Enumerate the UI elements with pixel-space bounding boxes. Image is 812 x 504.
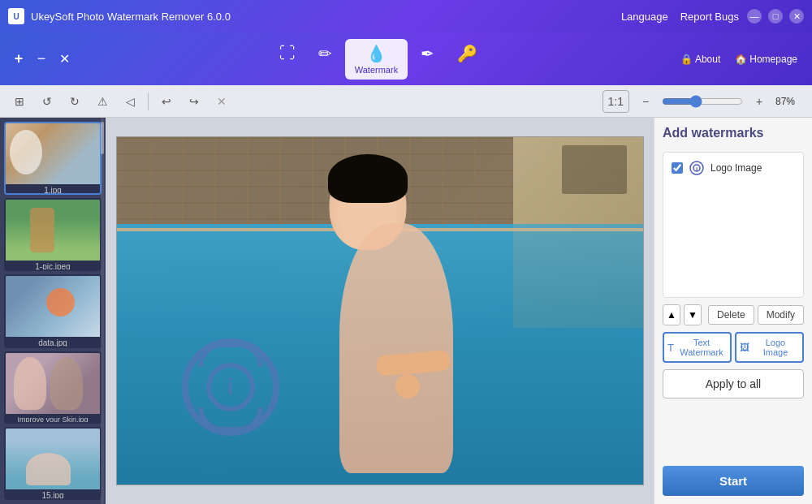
thumbnail-2	[6, 276, 100, 337]
homepage-button[interactable]: 🏠 Homepage	[728, 51, 804, 67]
canvas-area[interactable]: i	[106, 118, 654, 504]
file-buttons: + − ✕	[0, 50, 83, 68]
zoom-area: 1:1 − + 87%	[603, 90, 804, 113]
home-icon: 🏠	[735, 54, 747, 65]
sidebar-label-3: Improve your Skin.jpg	[6, 414, 100, 424]
watermark-checkbox-0[interactable]	[672, 162, 683, 174]
scroll-thumb	[101, 122, 104, 154]
canvas-image: i	[116, 136, 644, 485]
zoom-percent: 87%	[775, 96, 804, 107]
maximize-button[interactable]: □	[768, 9, 783, 24]
thumbnail-0	[6, 123, 100, 184]
key-icon: 🔑	[457, 44, 477, 63]
sidebar-item-1[interactable]: 1-pic.jpeg	[4, 198, 102, 271]
list-controls: ▲ ▼ Delete Modify	[663, 304, 804, 325]
report-bugs-link[interactable]: Report Bugs	[680, 11, 739, 23]
undo-btn[interactable]: ↩	[155, 90, 178, 113]
scroll-bar	[101, 118, 104, 504]
lock-icon: 🔒	[680, 54, 693, 65]
zoom-fit-label: 1:1	[608, 95, 624, 108]
key-tool[interactable]: 🔑	[447, 39, 487, 80]
sidebar-label-4: 15.jpg	[6, 489, 100, 500]
titlebar: U UkeySoft Photo Watermark Remover 6.0.0…	[0, 0, 812, 32]
watermark-tool[interactable]: 💧 Watermark	[345, 39, 408, 80]
zoom-fit-btn[interactable]: 1:1	[603, 90, 629, 113]
crop-tool[interactable]: ⛶	[270, 39, 305, 80]
logo-image-icon: 🖼	[740, 342, 749, 353]
zoom-in-btn[interactable]: +	[748, 90, 771, 113]
zoom-slider[interactable]	[662, 95, 743, 108]
app-title: UkeySoft Photo Watermark Remover 6.0.0	[31, 11, 621, 23]
thumbnail-1	[6, 200, 100, 261]
watermark-icon: 💧	[366, 44, 387, 63]
flip-btn[interactable]: ◁	[119, 90, 141, 113]
sidebar-label-1: 1-pic.jpeg	[6, 261, 100, 271]
text-watermark-button[interactable]: T Text Watermark	[663, 332, 732, 363]
start-button[interactable]: Start	[663, 466, 804, 496]
move-down-button[interactable]: ▼	[684, 304, 702, 325]
add-file-button[interactable]: +	[10, 50, 28, 68]
window-controls: — □ ✕	[747, 9, 804, 24]
grid-btn[interactable]: ⊞	[8, 90, 31, 113]
sidebar-label-0: 1.jpg	[6, 184, 100, 195]
sidebar-item-4[interactable]: 15.jpg	[4, 427, 102, 500]
thumbnail-4	[6, 429, 100, 489]
toolbar: ⛶ ✏ 💧 Watermark ✒ 🔑	[83, 39, 674, 80]
app-links: 🔒 About 🏠 Homepage	[674, 51, 812, 67]
warning-btn[interactable]: ⚠	[91, 90, 114, 113]
minimize-button[interactable]: —	[747, 9, 762, 24]
separator-1	[148, 93, 149, 110]
thumbnail-3	[6, 353, 100, 414]
crop-icon: ⛶	[279, 44, 296, 62]
move-up-button[interactable]: ▲	[663, 304, 680, 325]
spacer	[663, 405, 804, 459]
image-sidebar: 1.jpg 1-pic.jpeg data.jpg Improve y	[0, 118, 106, 504]
watermark-list: i Logo Image	[663, 152, 804, 298]
sidebar-item-0[interactable]: 1.jpg	[4, 122, 102, 195]
rotate-cw-btn[interactable]: ↻	[63, 90, 86, 113]
brush-icon: ✒	[421, 44, 434, 63]
modify-button[interactable]: Modify	[758, 305, 804, 325]
brush-tool[interactable]: ✒	[411, 39, 444, 80]
logo-icon: i	[688, 159, 706, 177]
watermark-label: Watermark	[355, 65, 398, 75]
watermark-item-0[interactable]: i Logo Image	[667, 156, 800, 180]
right-panel: Add watermarks i Logo Image ▲ ▼	[654, 118, 812, 504]
pen-icon: ✏	[318, 44, 332, 63]
apply-to-all-button[interactable]: Apply to all	[663, 369, 804, 398]
remove-file-button[interactable]: −	[32, 50, 50, 68]
redo-btn[interactable]: ↪	[183, 90, 205, 113]
add-watermark-buttons: T Text Watermark 🖼 Logo Image	[663, 332, 804, 363]
logo-svg: i	[689, 160, 705, 176]
about-button[interactable]: 🔒 About	[674, 51, 727, 67]
sidebar-item-2[interactable]: data.jpg	[4, 274, 102, 347]
app-logo: U	[8, 8, 24, 24]
watermark-overlay: i	[182, 338, 279, 436]
watermark-name-0: Logo Image	[710, 162, 762, 174]
text-watermark-icon: T	[667, 342, 674, 354]
logo-image-button[interactable]: 🖼 Logo Image	[735, 332, 804, 363]
titlebar-right: Language Report Bugs	[621, 11, 739, 23]
clear-btn[interactable]: ✕	[210, 90, 233, 113]
zoom-out-btn[interactable]: −	[634, 90, 657, 113]
editing-toolbar: ⊞ ↺ ↻ ⚠ ◁ ↩ ↪ ✕ 1:1 − + 87%	[0, 85, 812, 118]
close-file-button[interactable]: ✕	[55, 50, 73, 68]
person-body	[339, 223, 453, 473]
sidebar-label-2: data.jpg	[6, 337, 100, 347]
close-button[interactable]: ✕	[789, 9, 804, 24]
person-container	[274, 154, 461, 467]
person-hair	[328, 154, 408, 203]
svg-text:i: i	[696, 166, 698, 173]
language-link[interactable]: Language	[621, 11, 668, 23]
sidebar-item-3[interactable]: Improve your Skin.jpg	[4, 351, 102, 424]
pen-tool[interactable]: ✏	[309, 39, 342, 80]
furniture	[562, 145, 627, 194]
delete-button[interactable]: Delete	[708, 305, 754, 325]
main-content: 1.jpg 1-pic.jpeg data.jpg Improve y	[0, 118, 812, 504]
wm-letter: i	[227, 374, 234, 400]
panel-title: Add watermarks	[663, 126, 804, 145]
rotate-ccw-btn[interactable]: ↺	[36, 90, 58, 113]
